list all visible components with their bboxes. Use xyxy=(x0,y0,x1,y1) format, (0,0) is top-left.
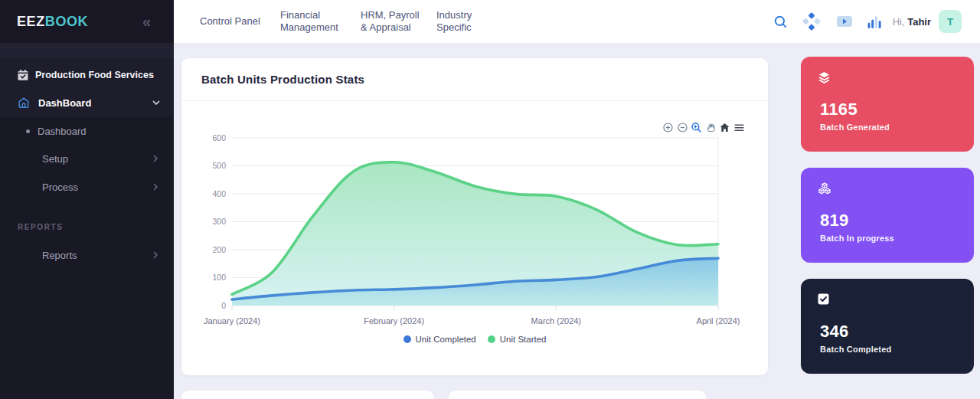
pan-hand-icon[interactable] xyxy=(705,122,716,132)
stat-card-batch-completed[interactable]: 346 Batch Completed xyxy=(801,279,974,374)
sidebar-item-process[interactable]: Process xyxy=(0,173,174,201)
sidebar-item-label: Reports xyxy=(42,250,77,261)
bottom-card-partial-1 xyxy=(181,391,433,399)
calendar-check-icon xyxy=(17,69,29,81)
sidebar-item-reports[interactable]: Reports xyxy=(0,241,174,269)
toolbar-menu-icon[interactable] xyxy=(733,122,744,132)
area-chart[interactable]: 0100200300400500600January (2024)Februar… xyxy=(181,101,768,331)
bottom-card-partial-2 xyxy=(449,391,706,399)
sidebar-section-reports: REPORTS xyxy=(18,223,64,231)
legend-marker-unit-started xyxy=(488,335,495,343)
legend-marker-unit-completed xyxy=(403,335,411,343)
user-greeting: Hi, Tahir xyxy=(893,16,931,28)
sidebar-item-setup[interactable]: Setup xyxy=(0,145,174,172)
stat-value: 346 xyxy=(820,322,849,342)
zoom-in-icon[interactable] xyxy=(663,122,674,132)
chevron-right-icon xyxy=(153,251,158,259)
chevron-right-icon xyxy=(153,183,158,191)
chart-toolbar xyxy=(663,122,745,132)
sidebar-collapse-icon[interactable]: « xyxy=(142,14,151,29)
svg-text:January (2024): January (2024) xyxy=(204,316,260,325)
sidebar-item-label: Process xyxy=(42,182,78,193)
sidebar-item-label: Setup xyxy=(42,153,68,165)
search-icon[interactable] xyxy=(774,15,787,28)
sidebar-logo-bar: EEZBOOK « xyxy=(0,0,174,43)
svg-text:March (2024): March (2024) xyxy=(531,316,581,325)
svg-text:600: 600 xyxy=(212,133,226,142)
svg-text:500: 500 xyxy=(212,161,226,170)
legend-label: Unit Started xyxy=(500,335,547,344)
stat-value: 1165 xyxy=(820,100,858,119)
topbar: Control Panel Financial Management HRM, … xyxy=(174,0,980,44)
greeting-prefix: Hi, xyxy=(893,16,905,28)
stat-card-batch-generated[interactable]: 1165 Batch Generated xyxy=(801,57,974,152)
chart-card-header: Batch Units Production Stats xyxy=(181,58,768,101)
chart-title: Batch Units Production Stats xyxy=(201,73,364,86)
sidebar-item-dashboard-parent[interactable]: DashBoard xyxy=(0,89,174,116)
topbar-right: Hi, Tahir T xyxy=(774,0,962,43)
check-square-icon xyxy=(818,293,829,308)
chevron-right-icon xyxy=(153,155,158,162)
stat-label: Batch Completed xyxy=(820,345,891,354)
topbar-nav: Control Panel Financial Management HRM, … xyxy=(174,0,710,43)
sidebar-item-label: Production Food Services xyxy=(35,70,154,80)
svg-text:400: 400 xyxy=(212,189,226,198)
brand-logo[interactable]: EEZBOOK xyxy=(17,14,88,30)
sidebar-item-label: DashBoard xyxy=(38,97,91,109)
chevron-down-icon xyxy=(152,100,160,106)
svg-text:100: 100 xyxy=(212,273,226,282)
sidebar-item-dashboard[interactable]: Dashboard xyxy=(0,117,174,145)
brand-part-1: EEZ xyxy=(17,14,45,29)
greeting-username: Tahir xyxy=(907,16,931,28)
sidebar-item-label: Dashboard xyxy=(38,126,87,137)
sidebar-strip xyxy=(0,43,174,58)
brand-part-2: BOOK xyxy=(45,14,88,29)
stat-label: Batch In progress xyxy=(820,234,894,243)
legend-label: Unit Completed xyxy=(416,335,476,344)
zoom-out-icon[interactable] xyxy=(677,122,688,132)
bar-chart-icon[interactable] xyxy=(867,15,881,28)
reset-home-icon[interactable] xyxy=(720,122,730,132)
layers-icon xyxy=(818,71,831,87)
sidebar: EEZBOOK « Production Food Services DashB… xyxy=(0,0,174,399)
nav-hrm-payroll-appraisal[interactable]: HRM, Payroll & Appraisal xyxy=(361,9,422,34)
chart-legend: Unit Completed Unit Started xyxy=(181,335,768,344)
stat-label: Batch Generated xyxy=(820,123,890,132)
stat-value: 819 xyxy=(820,211,849,231)
svg-text:April (2024): April (2024) xyxy=(697,316,740,325)
apps-diamond-icon[interactable] xyxy=(802,11,822,31)
user-avatar[interactable]: T xyxy=(939,10,962,33)
selection-zoom-icon[interactable] xyxy=(691,122,702,132)
nav-financial-management[interactable]: Financial Management xyxy=(280,9,351,34)
svg-text:200: 200 xyxy=(212,245,226,254)
legend-item-unit-started[interactable]: Unit Started xyxy=(488,335,547,344)
nav-industry-specific[interactable]: Industry Specific xyxy=(436,9,484,34)
legend-item-unit-completed[interactable]: Unit Completed xyxy=(403,335,476,344)
sidebar-item-production-food-services[interactable]: Production Food Services xyxy=(0,61,174,89)
home-icon xyxy=(18,96,30,109)
stat-card-batch-in-progress[interactable]: 819 Batch In progress xyxy=(801,168,974,263)
svg-text:February (2024): February (2024) xyxy=(364,316,424,325)
svg-text:0: 0 xyxy=(221,301,226,310)
chart-card: Batch Units Production Stats 01002003004… xyxy=(181,58,768,375)
svg-text:300: 300 xyxy=(212,217,226,226)
bullet-dot-icon xyxy=(26,129,30,133)
nav-control-panel[interactable]: Control Panel xyxy=(200,15,260,28)
cubes-icon xyxy=(818,182,831,198)
play-video-icon[interactable] xyxy=(837,16,852,27)
